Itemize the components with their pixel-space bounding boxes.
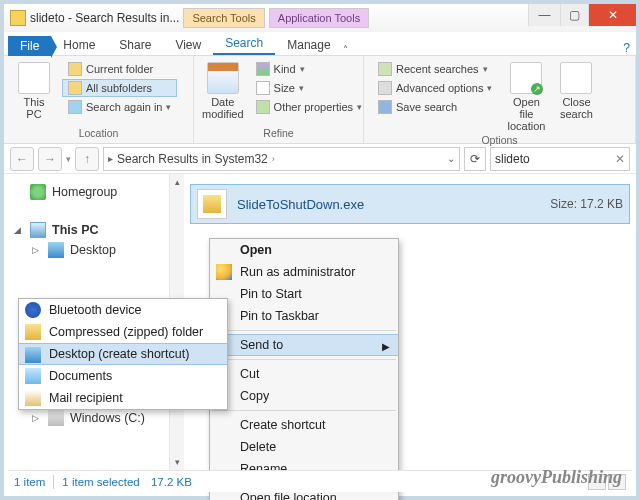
ribbon-body: This PC Current folder All subfolders Se… <box>4 56 636 144</box>
kind-icon <box>256 62 270 76</box>
window-icon <box>10 10 26 26</box>
calendar-icon <box>207 62 239 94</box>
file-thumbnail <box>197 189 227 219</box>
sidebar-item-windows-c[interactable]: ▷Windows (C:) <box>10 408 183 428</box>
status-item-count: 1 item <box>14 476 45 488</box>
group-label-refine: Refine <box>202 125 355 141</box>
submenu-bluetooth[interactable]: Bluetooth device <box>19 299 227 321</box>
kind-button[interactable]: Kind <box>250 60 368 78</box>
shield-icon <box>216 264 232 280</box>
context-menu: Open Run as administrator Pin to Start P… <box>209 238 399 500</box>
desktop-icon <box>48 242 64 258</box>
menu-pin-to-start[interactable]: Pin to Start <box>210 283 398 305</box>
bluetooth-icon <box>25 302 41 318</box>
date-modified-button[interactable]: Date modified <box>202 60 244 120</box>
desktop-icon <box>25 347 41 363</box>
chevron-down-icon[interactable]: ⌄ <box>447 153 455 164</box>
tab-search[interactable]: Search <box>213 33 275 55</box>
ribbon-tabs: File Home Share View Search Manage ˄ ? <box>4 32 636 56</box>
folder-icon <box>68 62 82 76</box>
tab-file[interactable]: File <box>8 36 51 56</box>
address-bar[interactable]: ▸ Search Results in System32 › ⌄ <box>103 147 460 171</box>
refresh-button[interactable]: ⟳ <box>464 147 486 171</box>
menu-delete[interactable]: Delete <box>210 436 398 458</box>
mail-icon <box>25 390 41 406</box>
search-icon <box>68 100 82 114</box>
send-to-submenu: Bluetooth device Compressed (zipped) fol… <box>18 298 228 410</box>
close-icon: ✕ <box>560 62 592 94</box>
window-title: slideto - Search Results in... <box>30 11 179 25</box>
folder-icon <box>68 81 82 95</box>
size-button[interactable]: Size <box>250 79 368 97</box>
tab-manage[interactable]: Manage <box>275 35 342 55</box>
chevron-right-icon: ▸ <box>108 153 113 164</box>
menu-copy[interactable]: Copy <box>210 385 398 407</box>
menu-pin-to-taskbar[interactable]: Pin to Taskbar <box>210 305 398 327</box>
tab-view[interactable]: View <box>163 35 213 55</box>
recent-searches-button[interactable]: Recent searches <box>372 60 498 78</box>
options-icon <box>378 81 392 95</box>
context-tab-application-tools[interactable]: Application Tools <box>269 8 369 28</box>
help-button[interactable]: ? <box>623 41 630 55</box>
submenu-mail[interactable]: Mail recipient <box>19 387 227 409</box>
close-button[interactable]: ✕ <box>588 4 636 26</box>
watermark: groovyPublishing <box>491 467 622 488</box>
minimize-button[interactable]: — <box>528 4 560 26</box>
chevron-right-icon: ▶ <box>382 341 390 352</box>
all-subfolders-button[interactable]: All subfolders <box>62 79 177 97</box>
folder-open-icon: ↗ <box>510 62 542 94</box>
breadcrumb[interactable]: Search Results in System32 <box>117 152 268 166</box>
context-tab-search-tools[interactable]: Search Tools <box>183 8 264 28</box>
minimize-ribbon-button[interactable]: ˄ <box>343 44 348 55</box>
up-button[interactable]: ↑ <box>75 147 99 171</box>
search-input[interactable]: slideto ✕ <box>490 147 630 171</box>
status-size: 17.2 KB <box>151 476 192 488</box>
menu-send-to[interactable]: Send to▶ <box>210 334 398 356</box>
sidebar-item-homegroup[interactable]: Homegroup <box>10 182 183 202</box>
search-result-row[interactable]: SlideToShutDown.exe Size: 17.2 KB <box>190 184 630 224</box>
homegroup-icon <box>30 184 46 200</box>
save-search-button[interactable]: Save search <box>372 98 498 116</box>
open-file-location-button[interactable]: ↗ Open file location <box>504 60 548 132</box>
tab-share[interactable]: Share <box>107 35 163 55</box>
menu-open[interactable]: Open <box>210 239 398 261</box>
search-again-button[interactable]: Search again in <box>62 98 177 116</box>
this-pc-label: This PC <box>24 96 45 120</box>
search-value: slideto <box>495 152 530 166</box>
close-search-button[interactable]: ✕ Close search <box>554 60 598 120</box>
monitor-icon <box>18 62 50 94</box>
status-selected: 1 item selected <box>62 476 139 488</box>
documents-icon <box>25 368 41 384</box>
properties-icon <box>256 100 270 114</box>
submenu-desktop-shortcut[interactable]: Desktop (create shortcut) <box>19 343 227 365</box>
navigation-row: ← → ▾ ↑ ▸ Search Results in System32 › ⌄… <box>4 144 636 174</box>
sidebar-item-this-pc[interactable]: ◢This PC <box>10 220 183 240</box>
maximize-button[interactable]: ▢ <box>560 4 588 26</box>
other-properties-button[interactable]: Other properties <box>250 98 368 116</box>
clear-search-button[interactable]: ✕ <box>615 152 625 166</box>
current-folder-button[interactable]: Current folder <box>62 60 177 78</box>
submenu-documents[interactable]: Documents <box>19 365 227 387</box>
submenu-compressed[interactable]: Compressed (zipped) folder <box>19 321 227 343</box>
advanced-options-button[interactable]: Advanced options <box>372 79 498 97</box>
menu-run-as-admin[interactable]: Run as administrator <box>210 261 398 283</box>
save-icon <box>378 100 392 114</box>
menu-create-shortcut[interactable]: Create shortcut <box>210 414 398 436</box>
menu-cut[interactable]: Cut <box>210 363 398 385</box>
chevron-right-icon: › <box>272 154 275 164</box>
forward-button[interactable]: → <box>38 147 62 171</box>
tab-home[interactable]: Home <box>51 35 107 55</box>
size-icon <box>256 81 270 95</box>
this-pc-button[interactable]: This PC <box>12 60 56 120</box>
title-bar: slideto - Search Results in... Search To… <box>4 4 636 32</box>
sidebar-item-desktop[interactable]: ▷Desktop <box>10 240 183 260</box>
recent-icon <box>378 62 392 76</box>
pc-icon <box>30 222 46 238</box>
back-button[interactable]: ← <box>10 147 34 171</box>
zip-icon <box>25 324 41 340</box>
drive-icon <box>48 410 64 426</box>
group-label-location: Location <box>12 125 185 141</box>
file-name: SlideToShutDown.exe <box>237 197 364 212</box>
file-size-label: Size: 17.2 KB <box>550 197 623 211</box>
